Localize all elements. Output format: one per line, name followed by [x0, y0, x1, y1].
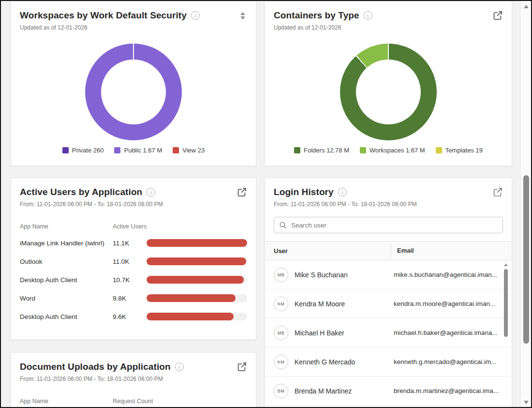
login-table-header: User Email [265, 241, 512, 260]
card-document-uploads: Document Uploads by Application From: 11… [11, 352, 256, 408]
login-table-row[interactable]: MB Michael H Baker michael.h.baker@agent… [265, 318, 512, 348]
user-email: michael.h.baker@agenticai.imana... [394, 329, 498, 336]
app-name-label: Desktop Auth Client [20, 276, 113, 284]
active-users-value: 11.1K [113, 240, 147, 247]
bar-track [147, 276, 247, 284]
legend-label: Folders 12.78 M [304, 147, 349, 154]
page-scrollbar-thumb[interactable] [523, 175, 529, 344]
bar-track [147, 257, 247, 265]
containers-legend: Folders 12.78 MWorkspaces 1.67 MTemplate… [274, 147, 503, 154]
app-name-label: iManage Link Handler (iwlnrl) [20, 240, 113, 247]
search-user-box [274, 217, 503, 233]
info-icon[interactable] [175, 363, 184, 371]
user-email: mike.s.buchanan@agenticai.iman... [394, 271, 497, 278]
card-updated-date: Updated as of 12-01-2026 [274, 24, 372, 31]
bar-track [147, 313, 247, 320]
legend-swatch [436, 147, 442, 153]
legend-label: View 23 [182, 147, 205, 154]
user-avatar: MB [274, 268, 288, 282]
legend-swatch [62, 147, 69, 153]
page-scrollbar[interactable] [520, 1, 531, 407]
app-name-label: Outlook [20, 258, 113, 265]
card-title: Login History [274, 186, 334, 198]
card-title: Document Uploads by Application [20, 361, 171, 373]
info-icon[interactable] [364, 11, 372, 20]
active-users-bar-chart: iManage Link Handler (iwlnrl) 11.1K Outl… [20, 234, 247, 326]
triangle-up-icon [240, 12, 245, 15]
info-icon[interactable] [147, 188, 155, 196]
legend-swatch [294, 147, 300, 153]
scroll-down-icon[interactable] [524, 401, 529, 404]
triangle-down-icon [240, 16, 245, 19]
legend-swatch [360, 147, 366, 153]
bar-chart-row: Word 9.8K [20, 289, 247, 307]
login-table-row[interactable]: KM Kenneth G Mercado kenneth.g.mercado@a… [265, 348, 512, 377]
bar-track [147, 294, 247, 302]
user-avatar: MB [274, 326, 288, 340]
export-icon[interactable] [236, 187, 247, 197]
legend-label: Public 1.67 M [124, 147, 162, 154]
column-header-request-count: Request Count [113, 398, 247, 405]
user-name: Brenda M Martinez [295, 387, 352, 395]
login-table-row[interactable]: BM Brenda M Martinez brenda.m.martinez@a… [265, 377, 512, 406]
user-email: kendra.m.moore@agenticai.iman... [394, 300, 495, 307]
legend-label: Workspaces 1.67 M [369, 147, 425, 154]
export-icon[interactable] [492, 10, 503, 21]
legend-item-private[interactable]: Private 260 [62, 147, 104, 154]
column-header-app-name: App Name [20, 398, 113, 405]
bar-chart-row: Outlook 11.0K [20, 252, 247, 271]
scroll-up-icon[interactable] [524, 5, 529, 8]
active-users-value: 9.8K [113, 295, 147, 302]
dashboard-screen: Workspaces by Work Default Security Upda… [1, 1, 531, 407]
table-scrollbar-thumb[interactable] [504, 269, 508, 337]
legend-item-view[interactable]: View 23 [173, 147, 205, 154]
legend-item-workspaces[interactable]: Workspaces 1.67 M [360, 147, 425, 154]
card-date-range: From: 11-01-2026 06:00 PM - To: 18-01-20… [274, 201, 417, 208]
bar-chart-row: Desktop Auth Client 9.6K [20, 307, 247, 326]
column-header-email: Email [391, 244, 414, 257]
bar-fill [147, 276, 244, 284]
card-login-history: Login History From: 11-01-2026 06:00 PM … [265, 178, 512, 408]
legend-item-templates[interactable]: Templates 19 [436, 147, 483, 154]
column-header-app-name: App Name [20, 223, 113, 230]
search-icon [279, 221, 287, 229]
user-name: Kenneth G Mercado [295, 358, 355, 366]
workspaces-legend: Private 260Public 1.67 MView 23 [20, 147, 247, 154]
export-icon[interactable] [492, 187, 503, 197]
table-scrollbar[interactable] [503, 263, 508, 404]
legend-swatch [114, 147, 120, 153]
card-title: Workspaces by Work Default Security [20, 9, 187, 22]
workspaces-donut-chart [85, 44, 182, 140]
card-workspaces-by-security: Workspaces by Work Default Security Upda… [11, 1, 256, 166]
login-table-row[interactable]: KM Kendra M Moore kendra.m.moore@agentic… [265, 289, 512, 318]
card-title: Containers by Type [274, 9, 359, 22]
bar-fill [147, 294, 236, 302]
legend-item-folders[interactable]: Folders 12.78 M [294, 147, 349, 154]
active-users-value: 11.0K [113, 258, 147, 265]
legend-item-public[interactable]: Public 1.67 M [114, 147, 162, 154]
bar-fill [147, 257, 246, 265]
user-avatar: KM [274, 297, 288, 311]
bar-chart-row: iManage Link Handler (iwlnrl) 11.1K [20, 234, 247, 252]
user-avatar: KM [274, 355, 288, 369]
column-header-active-users: Active Users [113, 223, 247, 230]
user-email: brenda.m.martinez@agenticai.ima... [394, 387, 499, 394]
info-icon[interactable] [191, 11, 200, 20]
scroll-up-icon[interactable] [504, 263, 508, 266]
search-user-input[interactable] [291, 222, 498, 229]
legend-label: Templates 19 [445, 147, 483, 154]
login-table-row[interactable]: MB Mike S Buchanan mike.s.buchanan@agent… [265, 260, 512, 289]
card-title: Active Users by Application [20, 186, 142, 198]
export-icon[interactable] [236, 362, 247, 372]
bar-track [147, 239, 247, 247]
user-email: kenneth.g.mercado@agenticai.im... [394, 358, 497, 365]
login-table-body: MB Mike S Buchanan mike.s.buchanan@agent… [265, 260, 512, 406]
info-icon[interactable] [338, 188, 347, 196]
legend-label: Private 260 [72, 147, 104, 154]
card-containers-by-type: Containers by Type Updated as of 12-01-2… [265, 1, 512, 166]
card-updated-date: Updated as of 12-01-2026 [20, 24, 200, 31]
card-date-range: From: 11-01-2026 06:00 PM - To: 18-01-20… [20, 376, 184, 382]
active-users-value: 9.6K [113, 313, 147, 320]
active-users-value: 10.7K [113, 276, 147, 284]
reorder-arrows-icon[interactable] [240, 12, 245, 19]
